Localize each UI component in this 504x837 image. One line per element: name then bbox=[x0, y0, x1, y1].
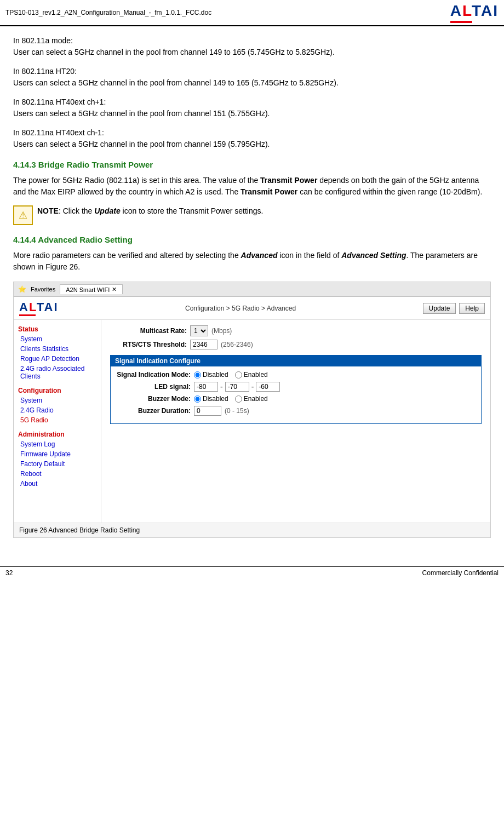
nav-advanced: Advanced bbox=[267, 305, 296, 312]
sidebar-item-system-log[interactable]: System Log bbox=[14, 439, 101, 449]
document-title: TPS10-013_rev1.2_A2N_Configuration_Manua… bbox=[5, 9, 211, 16]
signal-mode-disabled-radio[interactable] bbox=[194, 371, 201, 379]
app-frame: ALTAI Configuration > 5G Radio > Advance… bbox=[14, 297, 490, 523]
help-button[interactable]: Help bbox=[459, 303, 485, 314]
section-413-heading: 4.14.3 Bridge Radio Transmit Power bbox=[13, 160, 491, 169]
sidebar: Status System Clients Statistics Rogue A… bbox=[14, 320, 101, 523]
signal-mode-enabled-option[interactable]: Enabled bbox=[235, 371, 268, 379]
led-input-1[interactable] bbox=[194, 382, 218, 392]
sidebar-config-block: Configuration System 2.4G Radio 5G Radio bbox=[14, 385, 101, 425]
app-content: Status System Clients Statistics Rogue A… bbox=[14, 320, 490, 523]
rts-cts-row: RTS/CTS Threshold: (256-2346) bbox=[110, 340, 482, 349]
buzzer-mode-enabled-radio[interactable] bbox=[235, 395, 242, 403]
multicast-rate-label: Multicast Rate: bbox=[110, 327, 187, 335]
multicast-rate-unit: (Mbps) bbox=[211, 327, 232, 335]
sidebar-item-system-config[interactable]: System bbox=[14, 395, 101, 405]
signal-mode-row: Signal Indication Mode: Disabled Enabled bbox=[114, 371, 478, 379]
figure-empty-area bbox=[110, 429, 482, 517]
led-input-2[interactable] bbox=[225, 382, 249, 392]
document-header: TPS10-013_rev1.2_A2N_Configuration_Manua… bbox=[0, 0, 504, 26]
rts-cts-input[interactable] bbox=[190, 340, 217, 349]
app-logo-accent bbox=[19, 314, 36, 316]
buzzer-mode-row: Buzzer Mode: Disabled Enabled bbox=[114, 395, 478, 403]
app-logo: ALTAI bbox=[19, 300, 59, 314]
buzzer-mode-disabled-radio[interactable] bbox=[194, 395, 201, 403]
sidebar-item-about[interactable]: About bbox=[14, 479, 101, 489]
sidebar-item-rogue-ap[interactable]: Rogue AP Detection bbox=[14, 354, 101, 364]
sidebar-item-reboot[interactable]: Reboot bbox=[14, 469, 101, 479]
sidebar-item-system-status[interactable]: System bbox=[14, 334, 101, 344]
led-input-3[interactable] bbox=[256, 382, 280, 392]
figure-caption: Figure 26 Advanced Bridge Radio Setting bbox=[14, 523, 490, 537]
led-separator-1: - bbox=[220, 382, 223, 391]
app-header: ALTAI Configuration > 5G Radio > Advance… bbox=[14, 297, 490, 320]
document-body: In 802.11a mode: User can select a 5GHz … bbox=[0, 26, 504, 555]
sidebar-item-5g-radio[interactable]: 5G Radio bbox=[14, 415, 101, 425]
buzzer-duration-label: Buzzer Duration: bbox=[114, 407, 191, 415]
logo-accent-line bbox=[450, 21, 472, 23]
buzzer-duration-input[interactable] bbox=[194, 406, 221, 416]
sidebar-admin-label: Administration bbox=[14, 428, 101, 439]
favorites-label: Favorites bbox=[31, 286, 55, 293]
sidebar-item-24g-radio-clients[interactable]: 2.4G radio Associated Clients bbox=[14, 364, 101, 381]
app-action-buttons: Update Help bbox=[423, 303, 485, 314]
buzzer-mode-enabled-option[interactable]: Enabled bbox=[235, 395, 268, 403]
sidebar-item-firmware-update[interactable]: Firmware Update bbox=[14, 449, 101, 459]
signal-mode-radio-group: Disabled Enabled bbox=[194, 371, 268, 379]
logo-container: ALTAI bbox=[450, 2, 499, 23]
browser-tab-label: A2N Smart WIFI bbox=[66, 286, 110, 293]
led-inputs-group: - - bbox=[194, 382, 280, 392]
section-413-para: The power for 5GHz Radio (802.11a) is se… bbox=[13, 175, 491, 198]
close-icon[interactable]: ✕ bbox=[112, 286, 117, 293]
sidebar-item-factory-default[interactable]: Factory Default bbox=[14, 459, 101, 469]
para-802-11na-ht40-minus: In 802.11na HT40ext ch-1: Users can sele… bbox=[13, 127, 491, 150]
sidebar-config-label: Configuration bbox=[14, 385, 101, 395]
para-802-11a: In 802.11a mode: User can select a 5GHz … bbox=[13, 35, 491, 58]
main-panel: Multicast Rate: 1 (Mbps) RTS/CTS Thresho… bbox=[101, 320, 490, 523]
signal-section: Signal Indication Configure Signal Indic… bbox=[110, 355, 482, 424]
rts-cts-label: RTS/CTS Threshold: bbox=[110, 341, 187, 348]
browser-toolbar: ⭐ Favorites A2N Smart WIFI ✕ bbox=[14, 282, 490, 297]
app-logo-block: ALTAI bbox=[19, 300, 59, 316]
multicast-rate-select[interactable]: 1 bbox=[190, 325, 208, 336]
multicast-rate-row: Multicast Rate: 1 (Mbps) bbox=[110, 325, 482, 336]
buzzer-mode-label: Buzzer Mode: bbox=[114, 395, 191, 403]
sidebar-item-clients-statistics[interactable]: Clients Statistics bbox=[14, 344, 101, 354]
para-802-11na-ht40-plus: In 802.11na HT40ext ch+1: Users can sele… bbox=[13, 96, 491, 119]
warning-icon: ⚠ bbox=[13, 205, 33, 225]
para-802-11na-ht20: In 802.11na HT20: Users can select a 5GH… bbox=[13, 66, 491, 89]
footer-page-number: 32 bbox=[5, 569, 13, 577]
app-nav-path: Configuration > 5G Radio > Advanced bbox=[185, 305, 296, 312]
signal-mode-disabled-option[interactable]: Disabled bbox=[194, 371, 228, 379]
signal-section-title: Signal Indication Configure bbox=[111, 356, 481, 366]
section-414-heading: 4.14.4 Advanced Radio Setting bbox=[13, 235, 491, 244]
led-signal-row: LED signal: - - bbox=[114, 382, 478, 392]
altai-logo: ALTAI bbox=[450, 2, 499, 20]
nav-config: Configuration > 5G Radio > bbox=[185, 305, 267, 312]
document-footer: 32 Commercially Confidential bbox=[0, 566, 504, 579]
rts-cts-hint: (256-2346) bbox=[221, 341, 253, 348]
buzzer-mode-radio-group: Disabled Enabled bbox=[194, 395, 268, 403]
buzzer-mode-disabled-option[interactable]: Disabled bbox=[194, 395, 228, 403]
sidebar-admin-block: Administration System Log Firmware Updat… bbox=[14, 428, 101, 489]
figure-26-container: ⭐ Favorites A2N Smart WIFI ✕ ALTAI Confi… bbox=[13, 282, 491, 538]
led-separator-2: - bbox=[251, 382, 254, 391]
browser-tab[interactable]: A2N Smart WIFI ✕ bbox=[60, 284, 123, 294]
footer-right-text: Commercially Confidential bbox=[422, 569, 499, 577]
favorites-icon: ⭐ bbox=[18, 285, 26, 293]
note-block: ⚠ NOTE: Click the Update icon to store t… bbox=[13, 205, 491, 225]
buzzer-duration-hint: (0 - 15s) bbox=[225, 407, 249, 415]
signal-section-body: Signal Indication Mode: Disabled Enabled bbox=[111, 366, 481, 423]
note-text: NOTE: Click the Update icon to store the… bbox=[37, 205, 263, 217]
sidebar-item-24g-radio[interactable]: 2.4G Radio bbox=[14, 405, 101, 415]
signal-mode-label: Signal Indication Mode: bbox=[114, 371, 191, 379]
buzzer-duration-row: Buzzer Duration: (0 - 15s) bbox=[114, 406, 478, 416]
update-button[interactable]: Update bbox=[423, 303, 456, 314]
led-signal-label: LED signal: bbox=[114, 383, 191, 391]
section-414-para: More radio parameters can be verified an… bbox=[13, 250, 491, 273]
signal-mode-enabled-radio[interactable] bbox=[235, 371, 242, 379]
sidebar-status-label: Status bbox=[14, 323, 101, 334]
